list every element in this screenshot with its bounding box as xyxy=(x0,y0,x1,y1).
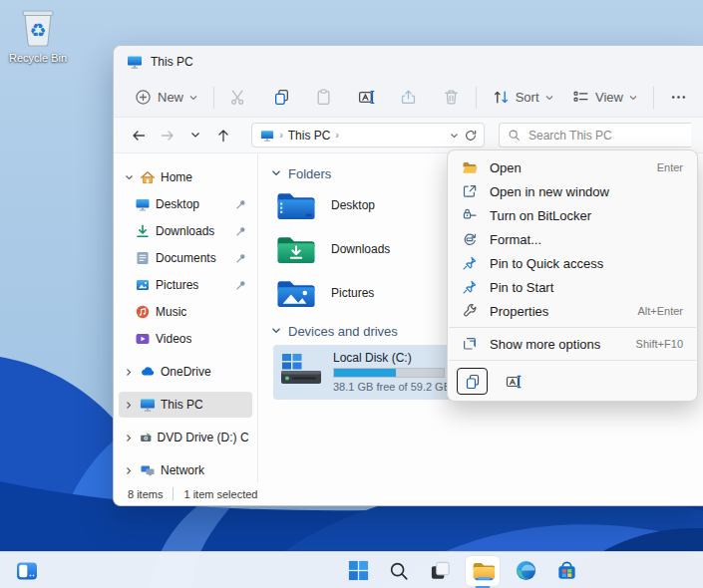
pin-icon xyxy=(461,279,478,295)
sidebar-item-label: This PC xyxy=(161,398,203,412)
folder-name: Desktop xyxy=(331,198,375,212)
local-disk-icon xyxy=(279,351,323,389)
refresh-icon[interactable] xyxy=(464,129,478,143)
paste-button[interactable] xyxy=(309,84,338,111)
sidebar-item-downloads[interactable]: Downloads xyxy=(119,218,252,244)
search-box[interactable] xyxy=(499,123,691,147)
rename-button[interactable] xyxy=(352,84,381,111)
cut-button[interactable] xyxy=(224,84,253,111)
status-bar: 8 items 1 item selected xyxy=(114,482,703,505)
delete-button[interactable] xyxy=(437,84,466,111)
quick-rename-button[interactable] xyxy=(498,368,528,395)
chevron-down-icon xyxy=(189,95,197,101)
more-options-button[interactable] xyxy=(664,84,693,111)
chevron-expanded-icon xyxy=(271,167,281,178)
start-button[interactable] xyxy=(343,556,373,586)
menu-item-pin-to-start[interactable]: Pin to Start xyxy=(453,275,692,299)
music-icon xyxy=(135,304,151,320)
sidebar-item-onedrive[interactable]: OneDrive xyxy=(119,359,252,385)
menu-item-pin-to-quick-access[interactable]: Pin to Quick access xyxy=(453,251,692,275)
edge-button[interactable] xyxy=(511,556,540,586)
sidebar-item-home[interactable]: Home xyxy=(119,164,252,190)
recent-locations-button[interactable] xyxy=(185,124,205,147)
sort-button[interactable]: Sort xyxy=(487,84,559,111)
sidebar-item-label: Documents xyxy=(156,251,216,265)
toolbar-separator xyxy=(213,87,214,109)
context-menu: Open Enter Open in new window Turn on xyxy=(447,149,698,402)
open-folder-icon xyxy=(461,159,478,175)
menu-item-label: Format... xyxy=(490,232,541,247)
sidebar-item-documents[interactable]: Documents xyxy=(119,245,252,271)
widgets-button[interactable] xyxy=(12,556,42,586)
navigation-pane: Home Desktop Downloads xyxy=(114,153,258,482)
window-titlebar[interactable]: This PC xyxy=(114,46,703,78)
sidebar-item-pictures[interactable]: Pictures xyxy=(119,272,252,298)
documents-icon xyxy=(135,250,151,266)
sort-icon xyxy=(493,89,510,106)
pin-icon xyxy=(234,198,248,211)
sidebar-item-this-pc[interactable]: This PC xyxy=(119,392,252,418)
back-button[interactable] xyxy=(129,124,149,147)
properties-icon xyxy=(461,303,478,319)
file-explorer-button[interactable] xyxy=(466,556,500,586)
sidebar-item-label: Desktop xyxy=(156,197,199,211)
menu-item-format[interactable]: Format... xyxy=(453,227,692,251)
folder-tile-pictures[interactable]: Pictures xyxy=(275,275,451,311)
folder-tile-downloads[interactable]: Downloads xyxy=(275,231,451,267)
store-button[interactable] xyxy=(551,556,581,586)
menu-item-open-in-new-window[interactable]: Open in new window xyxy=(453,179,692,203)
menu-item-label: Properties xyxy=(490,304,548,319)
chevron-collapsed-icon[interactable] xyxy=(123,368,135,377)
drive-capacity-text: 38.1 GB free of 59.2 GB xyxy=(333,381,455,393)
chevron-down-icon xyxy=(190,132,200,139)
rename-icon xyxy=(506,374,522,390)
menu-item-label: Open xyxy=(490,160,522,175)
sidebar-item-videos[interactable]: Videos xyxy=(119,326,252,352)
chevron-collapsed-icon[interactable] xyxy=(123,466,135,475)
menu-item-show-more-options[interactable]: Show more options Shift+F10 xyxy=(453,332,692,356)
quick-actions-row xyxy=(448,365,697,395)
menu-item-shortcut: Shift+F10 xyxy=(636,338,683,350)
new-button[interactable]: New xyxy=(129,84,203,111)
menu-item-properties[interactable]: Properties Alt+Enter xyxy=(453,299,692,323)
sidebar-item-desktop[interactable]: Desktop xyxy=(119,191,252,217)
this-pc-icon xyxy=(140,397,156,413)
forward-button[interactable] xyxy=(157,124,176,147)
address-bar[interactable]: › This PC › xyxy=(251,123,485,147)
view-icon xyxy=(572,89,589,106)
search-button[interactable] xyxy=(384,556,414,586)
section-header-label: Devices and drives xyxy=(288,324,398,339)
this-pc-icon xyxy=(127,54,143,70)
breadcrumb[interactable]: This PC xyxy=(288,129,331,143)
toolbar-separator xyxy=(476,87,477,109)
arrow-left-icon xyxy=(131,128,147,144)
new-button-label: New xyxy=(158,90,183,105)
task-view-button[interactable] xyxy=(425,556,455,586)
share-icon xyxy=(400,89,417,106)
sidebar-item-music[interactable]: Music xyxy=(119,299,252,325)
pin-icon xyxy=(234,252,248,265)
drive-tile-local-disk-c[interactable]: Local Disk (C:) 38.1 GB free of 59.2 GB xyxy=(273,345,461,400)
window-title: This PC xyxy=(151,55,193,69)
chevron-collapsed-icon[interactable] xyxy=(123,401,135,410)
copy-button[interactable] xyxy=(267,84,296,111)
quick-copy-button[interactable] xyxy=(457,368,488,395)
sidebar-item-dvd-drive[interactable]: DVD Drive (D:) CENA xyxy=(119,425,252,450)
search-input[interactable] xyxy=(528,129,683,143)
breadcrumb-separator-icon: › xyxy=(279,130,282,141)
share-button[interactable] xyxy=(394,84,423,111)
address-dropdown-icon[interactable] xyxy=(450,133,459,139)
sidebar-item-network[interactable]: Network xyxy=(119,457,252,482)
folder-tile-desktop[interactable]: Desktop xyxy=(275,187,451,223)
chevron-collapsed-icon[interactable] xyxy=(123,434,135,442)
menu-item-turn-on-bitlocker[interactable]: Turn on BitLocker xyxy=(453,203,692,227)
pin-icon xyxy=(461,255,478,271)
menu-item-open[interactable]: Open Enter xyxy=(453,155,692,179)
view-button[interactable]: View xyxy=(566,84,643,111)
widgets-icon xyxy=(15,559,39,583)
selection-count: 1 item selected xyxy=(183,488,257,500)
up-button[interactable] xyxy=(213,124,233,147)
recycle-bin[interactable]: ♻ Recycle Bin xyxy=(8,6,68,64)
pin-icon xyxy=(234,225,248,238)
chevron-expanded-icon[interactable] xyxy=(123,174,135,180)
